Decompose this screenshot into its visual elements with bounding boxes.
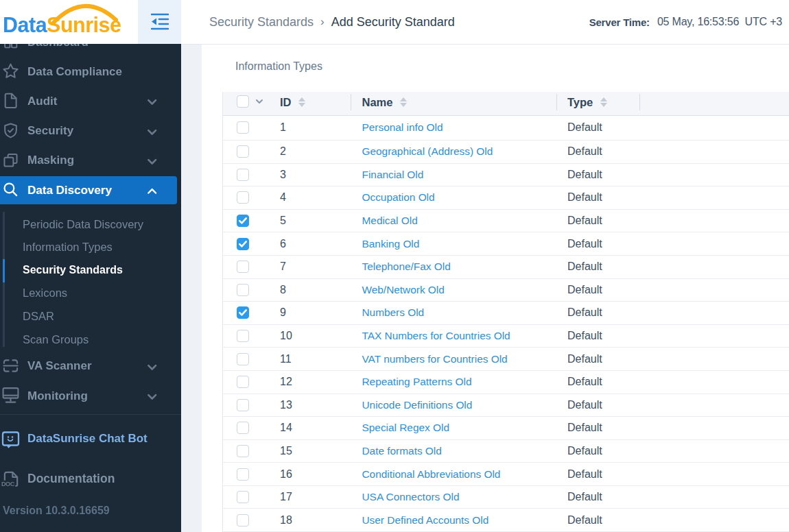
svg-text:DOC: DOC xyxy=(1,481,15,487)
